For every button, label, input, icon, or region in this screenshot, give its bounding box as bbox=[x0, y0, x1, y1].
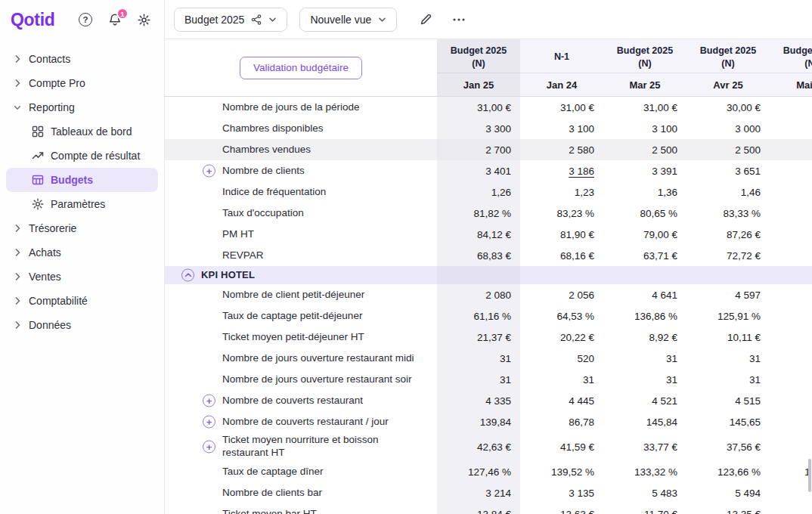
value-cell[interactable] bbox=[770, 139, 812, 160]
value-cell[interactable] bbox=[770, 348, 812, 369]
column-header[interactable]: Budget 2025 (N)Mai 25 bbox=[770, 39, 812, 96]
value-cell[interactable]: 13,84 € bbox=[437, 503, 520, 514]
sidebar-item-donnees[interactable]: Données bbox=[6, 313, 158, 337]
value-cell[interactable] bbox=[770, 305, 812, 327]
value-cell[interactable] bbox=[770, 181, 812, 203]
value-cell[interactable]: 64,53 % bbox=[520, 305, 603, 327]
value-cell[interactable]: 31 bbox=[520, 369, 603, 390]
value-cell[interactable]: 1,46 bbox=[686, 181, 770, 203]
value-cell[interactable]: 33,77 € bbox=[603, 432, 686, 461]
value-cell[interactable]: 1,23 bbox=[520, 181, 603, 203]
value-cell[interactable]: 4 597 bbox=[686, 284, 770, 305]
help-icon[interactable]: ? bbox=[79, 13, 92, 26]
value-cell[interactable]: 31,00 € bbox=[437, 97, 520, 118]
value-cell[interactable]: 3 100 bbox=[603, 118, 686, 139]
value-cell[interactable]: 3 651 bbox=[686, 160, 770, 181]
value-cell[interactable]: 2 080 bbox=[437, 284, 520, 305]
value-cell[interactable] bbox=[770, 327, 812, 348]
sidebar-item-achats[interactable]: Achats bbox=[6, 240, 158, 265]
value-cell[interactable] bbox=[770, 160, 812, 181]
value-cell[interactable]: 68,16 € bbox=[520, 245, 603, 266]
value-cell[interactable] bbox=[770, 245, 812, 266]
value-cell[interactable]: 520 bbox=[520, 348, 603, 369]
value-cell[interactable] bbox=[603, 266, 686, 284]
value-cell[interactable]: 83,23 % bbox=[520, 203, 603, 224]
value-cell[interactable] bbox=[770, 411, 812, 432]
value-cell[interactable]: 84,12 € bbox=[437, 224, 520, 245]
column-header[interactable]: Budget 2025 (N)Avr 25 bbox=[686, 39, 770, 96]
value-cell[interactable]: 2 500 bbox=[603, 139, 686, 160]
value-cell[interactable]: 13,63 € bbox=[520, 503, 603, 514]
value-cell[interactable] bbox=[686, 266, 770, 284]
value-cell[interactable]: 133,32 % bbox=[603, 461, 686, 482]
value-cell[interactable]: 68,83 € bbox=[437, 245, 520, 266]
value-cell[interactable]: 3 401 bbox=[437, 160, 520, 181]
value-cell[interactable]: 139,84 bbox=[437, 411, 520, 432]
value-cell[interactable]: 136,86 % bbox=[603, 305, 686, 327]
value-cell[interactable]: 4 641 bbox=[603, 284, 686, 305]
value-cell[interactable]: 4 335 bbox=[437, 390, 520, 411]
value-cell[interactable]: 145,84 bbox=[603, 411, 686, 432]
value-cell[interactable]: 87,26 € bbox=[686, 224, 770, 245]
value-cell[interactable]: 81,90 € bbox=[520, 224, 603, 245]
value-cell[interactable]: 4 445 bbox=[520, 390, 603, 411]
vertical-scrollbar[interactable] bbox=[808, 459, 811, 492]
value-cell[interactable] bbox=[770, 369, 812, 390]
value-cell[interactable]: 123,66 % bbox=[686, 461, 770, 482]
notifications-icon[interactable]: 1 bbox=[108, 13, 122, 26]
value-cell[interactable]: 83,33 % bbox=[686, 203, 770, 224]
value-cell[interactable]: 145,65 bbox=[686, 411, 770, 432]
sidebar-item-compte-de-resultat[interactable]: Compte de résultat bbox=[6, 144, 158, 168]
value-cell[interactable]: 79,00 € bbox=[603, 224, 686, 245]
expand-row-icon[interactable]: + bbox=[203, 441, 215, 454]
value-cell[interactable]: 3 135 bbox=[520, 482, 603, 503]
value-cell[interactable] bbox=[770, 482, 812, 503]
expand-row-icon[interactable]: + bbox=[203, 165, 215, 178]
value-cell[interactable]: 61,16 % bbox=[437, 305, 520, 327]
value-cell[interactable] bbox=[770, 284, 812, 305]
sidebar-item-budgets[interactable]: Budgets bbox=[6, 168, 158, 192]
value-cell[interactable]: 11,70 € bbox=[603, 503, 686, 514]
value-cell[interactable]: 5 494 bbox=[686, 482, 770, 503]
more-icon[interactable] bbox=[452, 17, 466, 22]
value-cell[interactable] bbox=[437, 266, 520, 284]
value-cell[interactable]: 21,37 € bbox=[437, 327, 520, 348]
sidebar-item-ventes[interactable]: Ventes bbox=[6, 265, 158, 289]
value-cell[interactable]: 2 056 bbox=[520, 284, 603, 305]
value-cell[interactable] bbox=[770, 118, 812, 139]
column-header[interactable]: Budget 2025 (N)Mar 25 bbox=[603, 39, 686, 96]
sidebar-item-parametres[interactable]: Paramètres bbox=[6, 192, 158, 216]
value-cell[interactable]: 42,63 € bbox=[437, 432, 520, 461]
value-cell[interactable]: 4 521 bbox=[603, 390, 686, 411]
value-cell[interactable]: 31 bbox=[686, 348, 770, 369]
value-cell[interactable]: 8,92 € bbox=[603, 327, 686, 348]
value-cell[interactable]: 30,00 € bbox=[686, 97, 770, 118]
expand-row-icon[interactable]: + bbox=[203, 416, 215, 429]
value-cell[interactable]: 3 100 bbox=[520, 118, 603, 139]
value-cell[interactable]: 31 bbox=[603, 369, 686, 390]
value-cell[interactable]: 1,26 bbox=[437, 181, 520, 203]
new-view-button[interactable]: Nouvelle vue bbox=[299, 8, 397, 32]
value-cell[interactable]: 31 bbox=[437, 369, 520, 390]
value-cell[interactable]: 139,52 % bbox=[520, 461, 603, 482]
value-cell[interactable]: 31 bbox=[437, 348, 520, 369]
value-cell[interactable]: 31,00 € bbox=[603, 97, 686, 118]
value-cell[interactable]: 4 515 bbox=[686, 390, 770, 411]
value-cell[interactable]: 1 bbox=[770, 461, 812, 482]
value-cell[interactable]: 2 580 bbox=[520, 139, 603, 160]
collapse-section-icon[interactable] bbox=[181, 269, 194, 282]
value-cell[interactable] bbox=[770, 432, 812, 461]
column-header[interactable]: Budget 2025 (N)Jan 25 bbox=[437, 39, 520, 96]
app-logo[interactable]: Qotid bbox=[11, 10, 55, 30]
value-cell[interactable]: 41,59 € bbox=[520, 432, 603, 461]
column-header[interactable]: N-1Jan 24 bbox=[520, 39, 603, 96]
value-cell[interactable] bbox=[770, 390, 812, 411]
value-cell[interactable]: 3 214 bbox=[437, 482, 520, 503]
value-cell[interactable]: 1,36 bbox=[603, 181, 686, 203]
value-cell[interactable]: 3 186 bbox=[520, 160, 603, 181]
value-cell[interactable]: 2 700 bbox=[437, 139, 520, 160]
value-cell[interactable] bbox=[770, 266, 812, 284]
value-cell[interactable]: 13,35 € bbox=[686, 503, 770, 514]
budget-selector-button[interactable]: Budget 2025 bbox=[174, 8, 287, 32]
value-cell[interactable]: 31 bbox=[603, 348, 686, 369]
